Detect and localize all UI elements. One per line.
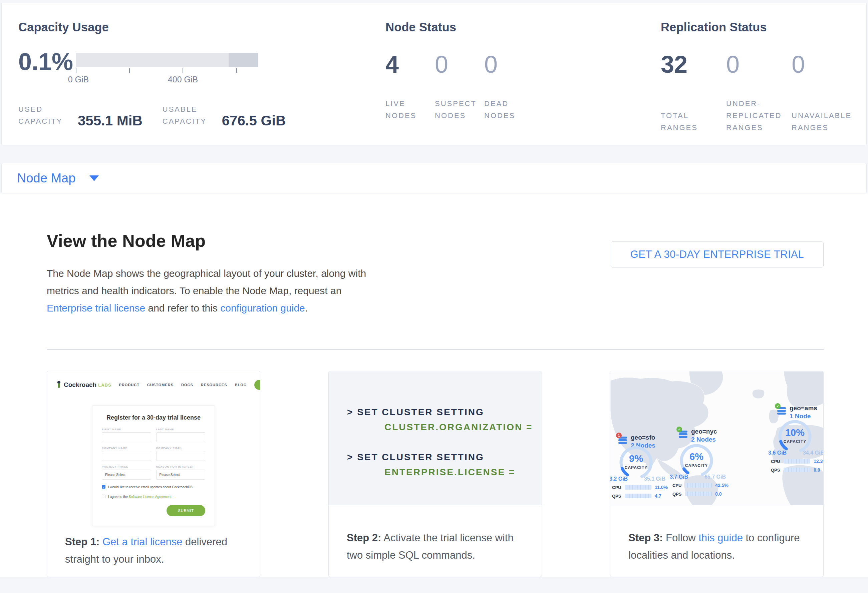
node-map-placeholder-section: View the Node Map The Node Map shows the… (0, 193, 868, 577)
step2-caption: Step 2: Activate the trial license with … (329, 505, 542, 564)
cockroach-bug-icon (56, 381, 61, 388)
mini-nav-docs: DOCS (181, 383, 193, 387)
capacity-total: 34.4 GiB (803, 450, 824, 456)
reason-label: REASON FOR INTEREST (156, 465, 205, 468)
configuration-guide-link[interactable]: configuration guide (220, 303, 305, 313)
ok-check-icon: ✓ (775, 403, 781, 409)
qps-sparkline (625, 494, 651, 498)
mini-nav: PRODUCT CUSTOMERS DOCS RESOURCES BLOG DO… (111, 380, 260, 390)
step3-label: Step 3: (628, 532, 663, 544)
intro-text: . (305, 303, 308, 313)
capacity-usage-section: Capacity Usage 0.1% 0 GiB 400 GiB (18, 3, 385, 145)
cpu-label: CPU (672, 483, 685, 488)
this-guide-link[interactable]: this guide (698, 532, 743, 544)
dead-nodes-label: DEAD NODES (484, 98, 524, 122)
license-agreement-link: Software License Agreement. (129, 495, 173, 499)
email-updates-label: I would like to receive email updates ab… (108, 485, 193, 489)
step3-caption: Step 3: Follow this guide to configure l… (610, 505, 823, 564)
reason-select: Please Select (156, 469, 205, 480)
capacity-used: 3.6 GiB (768, 450, 787, 456)
cluster-summary-panel: Capacity Usage 0.1% 0 GiB 400 GiB (1, 3, 867, 145)
step1-text (99, 536, 102, 547)
project-phase-select: Please Select (102, 469, 151, 480)
step2-label: Step 2: (347, 532, 381, 544)
get-trial-license-link[interactable]: Get a trial license (102, 536, 183, 547)
nodemap-view-dropdown[interactable]: Node Map (1, 163, 867, 193)
cpu-value: 42.5% (715, 483, 729, 488)
replication-status-title: Replication Status (661, 3, 867, 34)
locality-name: geo=sfo (631, 434, 655, 441)
capacity-percent: 10% (776, 427, 813, 438)
cpu-sparkline (685, 483, 712, 488)
capacity-bar-used-segment (229, 53, 258, 67)
locality-name: geo=ams (790, 405, 817, 412)
used-capacity-value: 355.1 MiB (78, 113, 143, 128)
sql-prompt-1: > SET CLUSTER SETTING (347, 405, 542, 419)
chevron-down-icon[interactable] (89, 175, 99, 181)
company-name-field (102, 451, 151, 461)
cpu-label: CPU (612, 485, 625, 490)
capacity-label: CAPACITY (618, 465, 654, 470)
license-agreement-checkbox (102, 494, 105, 498)
cockroach-labs-logo: Cockroach LABS (56, 381, 111, 388)
first-name-label: FIRST NAME (102, 428, 151, 431)
usable-capacity-value: 676.5 GiB (222, 113, 286, 128)
capacity-tick-400: 400 GiB (168, 75, 198, 84)
usable-capacity-label: USABLE CAPACITY (162, 103, 222, 127)
intro-text: The Node Map shows the geographical layo… (47, 268, 366, 296)
capacity-used: 3.2 GiB (610, 476, 628, 482)
ok-check-icon: ✓ (676, 427, 682, 432)
under-replicated-ranges-count: 0 (726, 52, 791, 77)
used-capacity-label: USED CAPACITY (18, 103, 78, 127)
qps-label: QPS (672, 491, 685, 497)
company-email-field (156, 451, 205, 461)
brand-suffix: LABS (98, 383, 111, 387)
sql-commands-panel: > SET CLUSTER SETTING CLUSTER.ORGANIZATI… (329, 371, 542, 505)
nodemap-dropdown-label[interactable]: Node Map (17, 171, 75, 185)
capacity-total: 35.1 GiB (644, 476, 666, 482)
node-map-preview: 1 geo=sfo 2 Nodes 9% CAPACITY (610, 371, 823, 505)
step2-card: > SET CLUSTER SETTING CLUSTER.ORGANIZATI… (328, 371, 542, 577)
last-name-label: LAST NAME (156, 428, 205, 431)
qps-value: 0.0 (813, 467, 820, 472)
step1-caption: Step 1: Get a trial license delivered st… (47, 524, 260, 568)
under-replicated-ranges-label: UNDER-REPLICATED RANGES (726, 98, 790, 134)
project-phase-label: PROJECT PHASE (102, 465, 151, 468)
get-enterprise-trial-button[interactable]: GET A 30-DAY ENTERPRISE TRIAL (611, 241, 824, 268)
total-ranges-label: TOTAL RANGES (661, 110, 704, 134)
step3-card: 1 geo=sfo 2 Nodes 9% CAPACITY (610, 371, 824, 577)
trial-license-form: Register for a 30-day trial license FIRS… (92, 405, 215, 526)
mini-download-button: DOWNLOAD (254, 380, 260, 390)
brand-name: Cockroach (64, 381, 96, 388)
live-nodes-count: 4 (385, 52, 435, 77)
agreement-text: I agree to the (108, 495, 129, 499)
capacity-bar (76, 53, 258, 67)
warning-badge-icon: 1 (616, 433, 622, 438)
node-status-section: Node Status 4 0 0 LIVE NODES SUSPECT NOD… (385, 3, 661, 145)
qps-sparkline (685, 491, 712, 496)
sql-setting-license: ENTERPRISE.LICENSE = (347, 465, 542, 480)
capacity-used: 3.7 GiB (670, 474, 688, 480)
capacity-tick-0: 0 GiB (68, 75, 89, 84)
step3-text: Follow (663, 532, 698, 544)
last-name-field (156, 432, 205, 442)
cpu-sparkline (625, 485, 651, 490)
step1-card: Cockroach LABS PRODUCT CUSTOMERS DOCS RE… (47, 371, 260, 577)
first-name-field (102, 432, 151, 442)
map-node-nyc: ✓ geo=nyc 2 Nodes 6% CAPACITY (676, 429, 743, 443)
capacity-total: 65.7 GiB (704, 474, 726, 480)
mini-nav-product: PRODUCT (119, 383, 139, 387)
capacity-usage-title: Capacity Usage (18, 3, 385, 34)
email-updates-checkbox (102, 485, 105, 489)
live-nodes-label: LIVE NODES (385, 98, 425, 122)
intro-text: and refer to this (145, 303, 220, 313)
intro-paragraph: The Node Map shows the geographical layo… (47, 265, 374, 317)
cpu-value: 11.0% (655, 485, 668, 490)
replication-status-section: Replication Status 32 0 0 TOTAL RANGES U… (661, 3, 867, 145)
capacity-percent: 6% (678, 451, 715, 462)
qps-value: 0.0 (715, 491, 722, 497)
qps-value: 4.7 (655, 493, 661, 499)
enterprise-trial-license-link[interactable]: Enterprise trial license (47, 303, 145, 313)
suspect-nodes-count: 0 (435, 52, 484, 77)
capacity-label: CAPACITY (776, 439, 813, 444)
